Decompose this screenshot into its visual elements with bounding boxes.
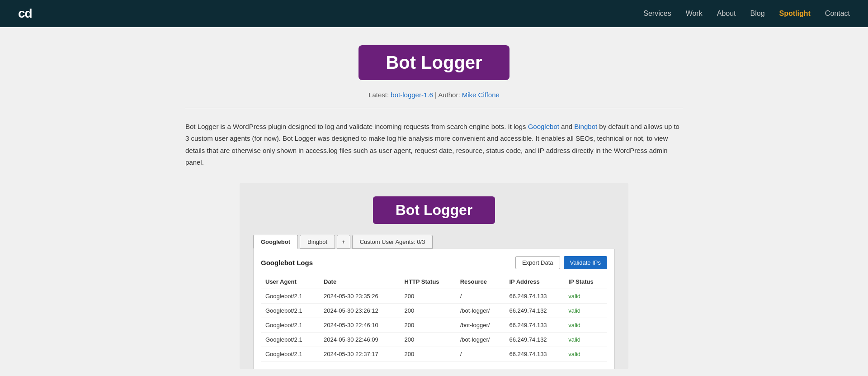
validate-button[interactable]: Validate IPs bbox=[564, 256, 607, 269]
table-row: Googlebot/2.1 2024-05-30 23:35:26 200 / … bbox=[261, 289, 607, 304]
main-content: Bot Logger Latest: bot-logger-1.6 | Auth… bbox=[0, 27, 868, 376]
description: Bot Logger is a WordPress plugin designe… bbox=[185, 121, 683, 168]
meta-latest-link[interactable]: bot-logger-1.6 bbox=[391, 91, 433, 99]
desc-googlebot-link[interactable]: Googlebot bbox=[528, 123, 559, 130]
desc-text-2: and bbox=[559, 123, 574, 130]
nav-spotlight[interactable]: Spotlight bbox=[779, 10, 811, 18]
hero-title: Bot Logger bbox=[359, 45, 509, 80]
main-nav: Services Work About Blog Spotlight Conta… bbox=[643, 10, 850, 18]
cell-date: 2024-05-30 23:26:12 bbox=[319, 304, 400, 318]
meta-author-label: Author: bbox=[438, 91, 460, 99]
preview-title: Bot Logger bbox=[373, 196, 495, 224]
cell-http-status: 200 bbox=[400, 304, 456, 318]
header: cd Services Work About Blog Spotlight Co… bbox=[0, 0, 868, 27]
nav-work[interactable]: Work bbox=[686, 10, 703, 18]
cell-user-agent: Googlebot/2.1 bbox=[261, 333, 319, 347]
cell-http-status: 200 bbox=[400, 289, 456, 304]
cell-resource: / bbox=[456, 289, 505, 304]
cell-ip-status: valid bbox=[564, 289, 607, 304]
tab-googlebot[interactable]: Googlebot bbox=[253, 235, 298, 249]
export-button[interactable]: Export Data bbox=[515, 256, 560, 269]
cell-ip-address: 66.249.74.133 bbox=[505, 347, 564, 362]
col-date: Date bbox=[319, 275, 400, 289]
cell-ip-address: 66.249.74.132 bbox=[505, 304, 564, 318]
cell-date: 2024-05-30 22:46:10 bbox=[319, 318, 400, 333]
hero-title-container: Bot Logger bbox=[9, 45, 859, 80]
cell-resource: / bbox=[456, 347, 505, 362]
tabs: Googlebot Bingbot + Custom User Agents: … bbox=[253, 235, 615, 249]
cell-user-agent: Googlebot/2.1 bbox=[261, 318, 319, 333]
col-http-status: HTTP Status bbox=[400, 275, 456, 289]
cell-date: 2024-05-30 22:37:17 bbox=[319, 347, 400, 362]
nav-contact[interactable]: Contact bbox=[825, 10, 850, 18]
cell-ip-status: valid bbox=[564, 333, 607, 347]
cell-user-agent: Googlebot/2.1 bbox=[261, 304, 319, 318]
divider bbox=[185, 108, 683, 108]
nav-blog[interactable]: Blog bbox=[750, 10, 765, 18]
table-row: Googlebot/2.1 2024-05-30 23:26:12 200 /b… bbox=[261, 304, 607, 318]
cell-http-status: 200 bbox=[400, 347, 456, 362]
col-ip-address: IP Address bbox=[505, 275, 564, 289]
table-row: Googlebot/2.1 2024-05-30 22:37:17 200 / … bbox=[261, 347, 607, 362]
cell-resource: /bot-logger/ bbox=[456, 333, 505, 347]
cell-ip-address: 66.249.74.133 bbox=[505, 289, 564, 304]
col-resource: Resource bbox=[456, 275, 505, 289]
nav-about[interactable]: About bbox=[717, 10, 736, 18]
cell-http-status: 200 bbox=[400, 333, 456, 347]
meta-line: Latest: bot-logger-1.6 | Author: Mike Ci… bbox=[9, 91, 859, 99]
cell-resource: /bot-logger/ bbox=[456, 304, 505, 318]
desc-text-1: Bot Logger is a WordPress plugin designe… bbox=[185, 123, 528, 130]
table-header-row: Googlebot Logs Export Data Validate IPs bbox=[261, 256, 607, 269]
preview-title-container: Bot Logger bbox=[253, 196, 615, 224]
table-section-title: Googlebot Logs bbox=[261, 259, 313, 267]
cell-ip-status: valid bbox=[564, 318, 607, 333]
cell-ip-status: valid bbox=[564, 304, 607, 318]
cell-ip-status: valid bbox=[564, 347, 607, 362]
meta-latest-label: Latest: bbox=[368, 91, 389, 99]
cell-date: 2024-05-30 22:46:09 bbox=[319, 333, 400, 347]
table-row: Googlebot/2.1 2024-05-30 22:46:10 200 /b… bbox=[261, 318, 607, 333]
col-user-agent: User Agent bbox=[261, 275, 319, 289]
cell-user-agent: Googlebot/2.1 bbox=[261, 289, 319, 304]
cell-http-status: 200 bbox=[400, 318, 456, 333]
col-ip-status: IP Status bbox=[564, 275, 607, 289]
cell-user-agent: Googlebot/2.1 bbox=[261, 347, 319, 362]
cell-date: 2024-05-30 23:35:26 bbox=[319, 289, 400, 304]
meta-author-link[interactable]: Mike Ciffone bbox=[462, 91, 500, 99]
table-area: Googlebot Logs Export Data Validate IPs … bbox=[253, 249, 615, 369]
table-row: Googlebot/2.1 2024-05-30 22:46:09 200 /b… bbox=[261, 333, 607, 347]
tab-bingbot[interactable]: Bingbot bbox=[300, 235, 335, 249]
table-actions: Export Data Validate IPs bbox=[515, 256, 607, 269]
table-header: User Agent Date HTTP Status Resource IP … bbox=[261, 275, 607, 289]
cell-ip-address: 66.249.74.133 bbox=[505, 318, 564, 333]
tab-custom-agents[interactable]: Custom User Agents: 0/3 bbox=[352, 235, 433, 249]
preview-box: Bot Logger Googlebot Bingbot + Custom Us… bbox=[240, 183, 628, 369]
cell-resource: /bot-logger/ bbox=[456, 318, 505, 333]
nav-services[interactable]: Services bbox=[643, 10, 671, 18]
tab-add[interactable]: + bbox=[337, 235, 350, 249]
cell-ip-address: 66.249.74.132 bbox=[505, 333, 564, 347]
logs-table: User Agent Date HTTP Status Resource IP … bbox=[261, 275, 607, 362]
desc-bingbot-link[interactable]: Bingbot bbox=[574, 123, 597, 130]
logo[interactable]: cd bbox=[18, 6, 32, 21]
